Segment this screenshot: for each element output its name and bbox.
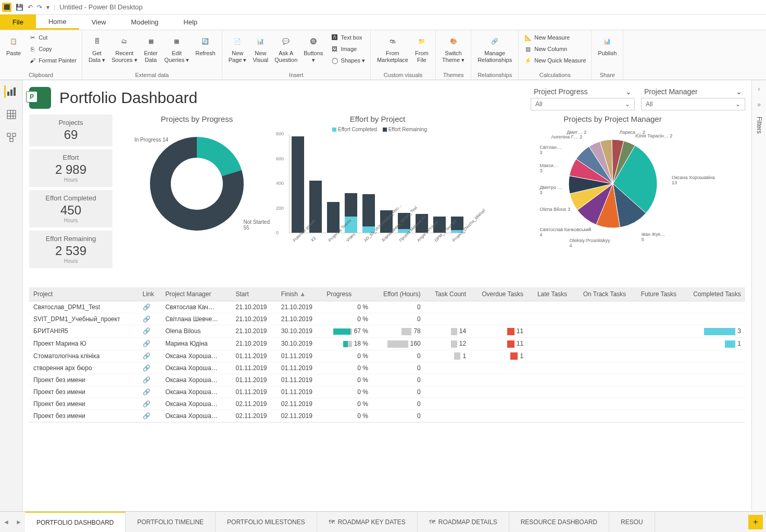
link-icon[interactable]: 🔗 (143, 315, 150, 323)
tab-home[interactable]: Home (36, 15, 79, 30)
th-ontrack[interactable]: On Track Tasks (571, 287, 630, 301)
undo-icon[interactable]: ↶ (28, 4, 33, 11)
image-button[interactable]: 🖼Image (329, 44, 367, 54)
chevron-down-icon[interactable]: ⌄ (625, 87, 632, 96)
th-effort[interactable]: Effort (Hours) (372, 287, 425, 301)
tab-modeling[interactable]: Modeling (119, 15, 171, 30)
kpi-effort[interactable]: Effort 2 989 Hours (29, 149, 112, 187)
tab-view[interactable]: View (79, 15, 119, 30)
table-row[interactable]: Проект без имени🔗Оксана Хороша…01.11.201… (29, 374, 745, 386)
chevron-down-icon[interactable]: ⌄ (735, 100, 740, 108)
tab-next-icon[interactable]: ► (12, 518, 25, 526)
table-row[interactable]: Проект без имени🔗Оксана Хороша…01.11.201… (29, 386, 745, 398)
qat-dropdown-icon[interactable]: ▾ (46, 4, 49, 11)
link-icon[interactable]: 🔗 (143, 400, 150, 408)
kpi-remaining[interactable]: Effort Remaining 2 539 Hours (29, 231, 112, 268)
th-tasks[interactable]: Task Count (425, 287, 470, 301)
new-quick-measure-button[interactable]: ⚡New Quick Measure (522, 55, 588, 66)
th-finish[interactable]: Finish ▲ (277, 287, 322, 301)
link-icon[interactable]: 🔗 (143, 376, 150, 384)
switch-theme-button[interactable]: 🎨Switch Theme ▾ (439, 32, 468, 66)
table-row[interactable]: Проект без имени🔗Оксана Хороша…02.11.201… (29, 398, 745, 410)
slicer-manager[interactable]: Project Manager⌄ All⌄ (641, 85, 745, 110)
from-marketplace-button[interactable]: 🛍From Marketplace (374, 32, 411, 66)
manage-relationships-button[interactable]: 🔗Manage Relationships (474, 32, 515, 66)
group-custom-label: Custom visuals (371, 72, 435, 80)
collapse-icon[interactable]: ‹ (758, 85, 760, 93)
edit-queries-button[interactable]: ▦Edit Queries ▾ (161, 32, 193, 66)
table-row[interactable]: Стоматологічна клініка🔗Оксана Хороша…01.… (29, 350, 745, 362)
link-icon[interactable]: 🔗 (143, 352, 150, 360)
tab-prev-icon[interactable]: ◄ (0, 518, 12, 526)
new-measure-button[interactable]: 📐New Measure (522, 32, 588, 43)
page-tab[interactable]: 🗺ROADMAP KEY DATES (317, 512, 418, 532)
save-icon[interactable]: 💾 (16, 4, 23, 11)
chevron-down-icon[interactable]: ⌄ (625, 100, 630, 108)
th-start[interactable]: Start (231, 287, 277, 301)
th-late[interactable]: Late Tasks (528, 287, 571, 301)
table-row[interactable]: створення арх бюро🔗Оксана Хороша…01.11.2… (29, 362, 745, 374)
ask-question-button[interactable]: 💬Ask A Question (271, 32, 300, 66)
format-painter-button[interactable]: 🖌Format Painter (26, 55, 79, 66)
page-tab[interactable]: 🗺ROADMAP DETAILS (418, 512, 509, 532)
report-canvas[interactable]: Portfolio Dashboard Project Progress⌄ Al… (23, 80, 751, 511)
th-pm[interactable]: Project Manager (161, 287, 231, 301)
refresh-icon: 🔄 (198, 34, 212, 49)
enter-data-button[interactable]: ▦Enter Data (141, 32, 161, 66)
chevron-down-icon[interactable]: ⌄ (736, 87, 742, 96)
th-completed[interactable]: Completed Tasks (681, 287, 745, 301)
data-view-icon[interactable] (5, 108, 18, 121)
report-view-icon[interactable] (4, 85, 17, 98)
page-tab[interactable]: RESOURCE DASHBOARD (509, 512, 609, 532)
paste-button[interactable]: 📋Paste (3, 32, 24, 59)
link-icon[interactable]: 🔗 (143, 388, 150, 396)
publish-button[interactable]: 📊Publish (595, 32, 620, 59)
link-icon[interactable]: 🔗 (143, 364, 150, 372)
page-tab[interactable]: PORTFOLIO DASHBOARD (25, 512, 125, 532)
page-tab[interactable]: RESOU (609, 512, 655, 532)
buttons-button[interactable]: 🔘Buttons ▾ (300, 32, 326, 66)
copy-button[interactable]: ⎘Copy (26, 44, 79, 54)
redo-icon[interactable]: ↷ (37, 4, 42, 11)
slicer-manager-label: Project Manager (644, 87, 698, 96)
new-visual-button[interactable]: 📊New Visual (249, 32, 271, 66)
link-icon[interactable]: 🔗 (143, 303, 150, 311)
table-row[interactable]: Проект Марина Ю🔗Марина Юдіна21.10.201930… (29, 337, 745, 350)
kpi-projects[interactable]: Projects 69 (29, 115, 112, 146)
add-page-button[interactable]: + (748, 515, 763, 529)
slicer-progress[interactable]: Project Progress⌄ All⌄ (531, 85, 635, 110)
filters-pane-toggle[interactable]: Filters (756, 117, 763, 134)
table-row[interactable]: SVIT_DPM1_Учебный_проект🔗Світлана Шевче…… (29, 313, 745, 325)
th-future[interactable]: Future Tasks (630, 287, 681, 301)
tab-help[interactable]: Help (171, 15, 210, 30)
pie-chart[interactable]: Projects by Project Manager Оксана Хорош… (480, 115, 745, 281)
link-icon[interactable]: 🔗 (143, 340, 150, 347)
page-tab[interactable]: PORTFOLIO TIMELINE (125, 512, 216, 532)
th-progress[interactable]: Progress (322, 287, 372, 301)
link-icon[interactable]: 🔗 (143, 412, 150, 420)
shapes-button[interactable]: ◯Shapes ▾ (329, 55, 367, 66)
cut-button[interactable]: ✂Cut (26, 32, 79, 43)
th-overdue[interactable]: Overdue Tasks (470, 287, 528, 301)
link-icon[interactable]: 🔗 (143, 327, 150, 335)
kpi-completed[interactable]: Effort Completed 450 Hours (29, 190, 112, 227)
table-row[interactable]: БРИТАНІЯ5🔗Olena Bilous21.10.201930.10.20… (29, 325, 745, 338)
expand-icon[interactable]: » (757, 101, 761, 108)
table-row[interactable]: Проект без имени🔗Оксана Хороша…02.11.201… (29, 410, 745, 422)
model-view-icon[interactable] (5, 131, 18, 144)
refresh-button[interactable]: 🔄Refresh (192, 32, 219, 59)
page-tab[interactable]: PORTFOLIO MILESTONES (216, 512, 317, 532)
bar-chart[interactable]: Effort by Project Effort Completed Effor… (281, 115, 474, 281)
new-column-button[interactable]: ▥New Column (522, 44, 588, 54)
new-page-button[interactable]: 📄New Page ▾ (225, 32, 250, 66)
tab-file[interactable]: File (0, 15, 36, 30)
recent-sources-button[interactable]: 🗂Recent Sources ▾ (108, 32, 140, 66)
th-project[interactable]: Project (29, 287, 139, 301)
from-file-button[interactable]: 📁From File (411, 32, 432, 66)
donut-chart[interactable]: Projects by Progress In Progress 14 Not … (119, 115, 275, 281)
th-link[interactable]: Link (139, 287, 161, 301)
table-row[interactable]: Святослав_DPM1_Test🔗Святослав Кач…21.10.… (29, 301, 745, 313)
textbox-button[interactable]: 🅰Text box (329, 32, 367, 43)
project-table[interactable]: ProjectLinkProject ManagerStartFinish ▲P… (29, 287, 745, 423)
get-data-button[interactable]: 🗄Get Data ▾ (85, 32, 108, 66)
